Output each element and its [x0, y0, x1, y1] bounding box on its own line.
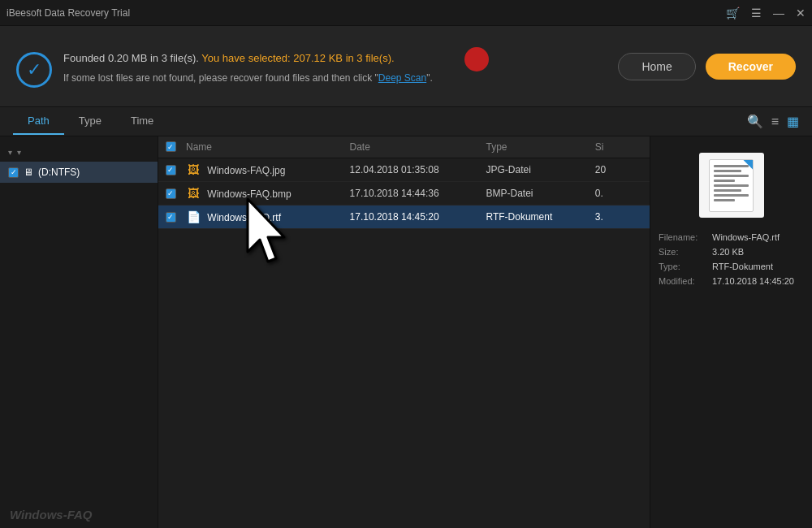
red-cursor-indicator — [464, 47, 489, 71]
sidebar-item-root: ▾ ▾ — [0, 143, 158, 162]
row-checkbox-jpg[interactable]: ✓ — [158, 165, 183, 175]
size-value: 3.20 KB — [712, 247, 744, 257]
search-icon[interactable]: 🔍 — [747, 114, 763, 129]
filename-bmp-label: Windows-FAQ.bmp — [207, 188, 291, 200]
doc-line5 — [714, 184, 749, 187]
filelist: ✓ Name Date Type Si ✓ 🖼 Windows-FAQ.jpg … — [158, 136, 650, 528]
checkbox-bmp[interactable]: ✓ — [166, 188, 176, 199]
expand-icon2: ▾ — [17, 148, 21, 157]
preview-panel: Filename: Windows-FAQ.rtf Size: 3.20 KB … — [650, 136, 812, 528]
header: ✓ Founded 0.20 MB in 3 file(s). You have… — [0, 26, 812, 107]
preview-metadata: Filename: Windows-FAQ.rtf Size: 3.20 KB … — [659, 232, 804, 291]
status-check-icon: ✓ — [16, 52, 52, 88]
type-bmp: BMP-Datei — [486, 188, 594, 199]
table-row[interactable]: ✓ 🖼 Windows-FAQ.bmp 17.10.2018 14:44:36 … — [158, 182, 650, 206]
app-title: iBeesoft Data Recovery Trial — [6, 7, 130, 19]
sidebar: ▾ ▾ ✓ 🖥 (D:NTFS) — [0, 136, 158, 528]
bmp-file-icon: 🖼 — [186, 186, 201, 201]
titlebar: iBeesoft Data Recovery Trial 🛒 ☰ — ✕ — [0, 0, 812, 26]
filename-rtf: 📄 Windows-FAQ.rtf — [183, 210, 350, 224]
menu-icon[interactable]: ☰ — [751, 6, 762, 19]
meta-size-row: Size: 3.20 KB — [659, 247, 804, 257]
type-jpg: JPG-Datei — [486, 164, 594, 175]
expand-icon: ▾ — [8, 148, 12, 157]
sidebar-item-d-ntfs[interactable]: ✓ 🖥 (D:NTFS) — [0, 162, 158, 183]
size-bmp: 0. — [595, 188, 650, 199]
header-status-line: Founded 0.20 MB in 3 file(s). You have s… — [63, 52, 433, 64]
size-label: Size: — [659, 247, 709, 257]
tab-type[interactable]: Type — [64, 108, 116, 135]
checkbox-jpg[interactable]: ✓ — [166, 165, 176, 175]
meta-filename-row: Filename: Windows-FAQ.rtf — [659, 232, 804, 242]
table-row[interactable]: ✓ 📄 Windows-FAQ.rtf 17.10.2018 14:45:20 … — [158, 206, 650, 229]
modified-label: Modified: — [659, 276, 709, 286]
doc-line7 — [714, 194, 749, 197]
window-controls: 🛒 ☰ — ✕ — [726, 6, 806, 19]
sidebar-checkbox[interactable]: ✓ — [8, 167, 19, 178]
modified-value: 17.10.2018 14:45:20 — [712, 276, 794, 286]
sidebar-drive-label: (D:NTFS) — [38, 167, 80, 178]
filename-jpg: 🖼 Windows-FAQ.jpg — [183, 162, 350, 177]
col-header-name: Name — [183, 141, 350, 153]
tab-path[interactable]: Path — [13, 108, 64, 135]
cart-icon[interactable]: 🛒 — [726, 6, 740, 19]
doc-line1 — [714, 165, 749, 167]
list-view-icon[interactable]: ≡ — [771, 115, 779, 129]
header-hint: If some lost files are not found, please… — [63, 72, 433, 84]
type-rtf: RTF-Dokument — [486, 211, 594, 223]
rtf-file-icon: 📄 — [186, 210, 201, 224]
filelist-header: ✓ Name Date Type Si — [158, 136, 650, 158]
hint-prefix: If some lost files are not found, please… — [63, 72, 378, 84]
table-row[interactable]: ✓ 🖼 Windows-FAQ.jpg 12.04.2018 01:35:08 … — [158, 158, 650, 182]
filename-jpg-label: Windows-FAQ.jpg — [207, 165, 285, 176]
tab-icons: 🔍 ≡ ▦ — [747, 114, 799, 129]
hint-suffix: ". — [426, 72, 433, 84]
tabs: Path Type Time — [13, 108, 168, 135]
row-checkbox-bmp[interactable]: ✓ — [158, 188, 183, 199]
recover-button[interactable]: Recover — [706, 54, 796, 80]
jpg-file-icon: 🖼 — [186, 162, 201, 177]
grid-view-icon[interactable]: ▦ — [787, 114, 799, 129]
preview-thumbnail — [699, 153, 764, 218]
col-header-type: Type — [486, 141, 594, 153]
size-jpg: 20 — [595, 164, 650, 175]
header-text: Founded 0.20 MB in 3 file(s). You have s… — [63, 45, 433, 84]
filelist-body: ✓ 🖼 Windows-FAQ.jpg 12.04.2018 01:35:08 … — [158, 158, 650, 528]
col-header-size: Si — [595, 141, 650, 153]
filename-label: Filename: — [659, 232, 709, 242]
type-value: RTF-Dokument — [712, 262, 773, 271]
doc-line3 — [714, 175, 749, 177]
date-jpg: 12.04.2018 01:35:08 — [350, 164, 486, 175]
home-button[interactable]: Home — [618, 53, 695, 80]
header-checkbox[interactable]: ✓ — [166, 141, 176, 152]
tab-time[interactable]: Time — [116, 108, 168, 135]
meta-type-row: Type: RTF-Dokument — [659, 262, 804, 271]
meta-modified-row: Modified: 17.10.2018 14:45:20 — [659, 276, 804, 286]
selected-text: You have selected: 207.12 KB in 3 file(s… — [201, 52, 394, 64]
main-content: ▾ ▾ ✓ 🖥 (D:NTFS) ✓ Name Date Type Si ✓ — [0, 136, 812, 528]
size-rtf: 3. — [595, 211, 650, 223]
col-header-check: ✓ — [158, 141, 183, 153]
header-right: Home Recover — [618, 53, 796, 80]
filename-bmp: 🖼 Windows-FAQ.bmp — [183, 186, 350, 201]
header-left: ✓ Founded 0.20 MB in 3 file(s). You have… — [16, 45, 433, 88]
filename-value: Windows-FAQ.rtf — [712, 232, 780, 242]
drive-icon: 🖥 — [24, 167, 33, 178]
doc-line6 — [714, 189, 741, 192]
doc-line4 — [714, 180, 735, 182]
found-text: Founded 0.20 MB in 3 file(s). — [63, 52, 199, 64]
row-checkbox-rtf[interactable]: ✓ — [158, 212, 183, 223]
doc-line2 — [714, 170, 741, 172]
minimize-icon[interactable]: — — [773, 6, 784, 19]
tabbar: Path Type Time 🔍 ≡ ▦ — [0, 107, 812, 136]
type-label: Type: — [659, 262, 709, 271]
filename-rtf-label: Windows-FAQ.rtf — [207, 212, 281, 223]
deep-scan-link[interactable]: Deep Scan — [378, 72, 426, 84]
col-header-date: Date — [350, 141, 486, 153]
close-icon[interactable]: ✕ — [796, 6, 806, 19]
date-rtf: 17.10.2018 14:45:20 — [350, 211, 486, 223]
doc-line8 — [714, 199, 735, 201]
date-bmp: 17.10.2018 14:44:36 — [350, 188, 486, 199]
watermark: Windows-FAQ — [10, 508, 93, 522]
checkbox-rtf[interactable]: ✓ — [166, 212, 176, 223]
